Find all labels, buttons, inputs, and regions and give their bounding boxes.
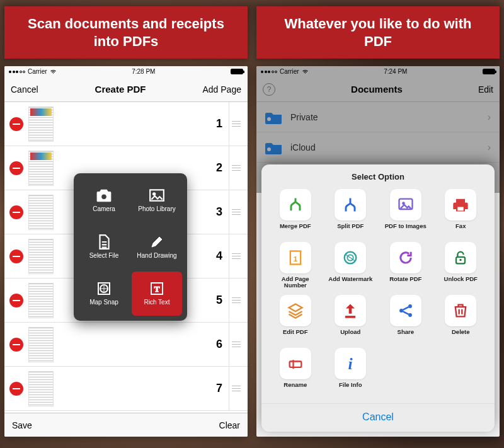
left-phone: Carrier 7:28 PM Cancel Create PDF Add Pa… xyxy=(4,66,248,437)
nav-title: Documents xyxy=(351,84,403,95)
reorder-handle[interactable] xyxy=(229,146,243,190)
save-button[interactable]: Save xyxy=(12,420,32,430)
edit-button[interactable]: Edit xyxy=(478,84,493,95)
popover-richtext[interactable]: TRich Text xyxy=(132,272,182,316)
upload-icon xyxy=(335,295,366,326)
page-thumbnail[interactable] xyxy=(28,195,54,230)
sheet-option-label: File Info xyxy=(339,382,362,394)
reorder-handle[interactable] xyxy=(229,323,243,366)
wifi-icon xyxy=(50,69,57,74)
cancel-button[interactable]: Cancel xyxy=(11,84,38,95)
add-page-button[interactable]: Add Page xyxy=(202,84,241,95)
help-button[interactable]: ? xyxy=(263,83,275,96)
action-sheet: Select Option Merge PDFSplit PDFPDF to I… xyxy=(261,164,495,432)
right-banner: Whatever you like to do with PDF xyxy=(256,6,500,59)
sheet-option-rename[interactable]: Rename xyxy=(270,348,321,394)
sheet-option-layers[interactable]: Edit PDF xyxy=(270,295,321,342)
svg-rect-12 xyxy=(458,207,464,211)
page-thumbnail[interactable] xyxy=(28,283,54,318)
sheet-cancel-button[interactable]: Cancel xyxy=(261,403,495,432)
sheet-option-label: Rename xyxy=(284,382,307,394)
delete-page-button[interactable] xyxy=(9,294,23,307)
delete-page-button[interactable] xyxy=(9,338,23,352)
popover-map[interactable]: Map Snap xyxy=(79,272,129,316)
reorder-handle[interactable] xyxy=(229,234,243,278)
photo-icon xyxy=(149,188,165,202)
fax-icon xyxy=(445,189,476,221)
sheet-option-info[interactable]: iFile Info xyxy=(326,348,376,394)
sheet-option-share[interactable]: Share xyxy=(381,295,431,342)
page-thumbnail[interactable] xyxy=(28,106,54,142)
svg-rect-22 xyxy=(289,362,301,367)
popover-label: Select File xyxy=(89,252,119,259)
sheet-option-image[interactable]: PDF to Images xyxy=(381,189,431,236)
chevron-right-icon: › xyxy=(488,142,491,153)
reorder-handle[interactable] xyxy=(229,279,243,322)
popover-label: Rich Text xyxy=(144,299,170,306)
sheet-option-label: Merge PDF xyxy=(280,223,311,236)
map-icon xyxy=(96,282,112,296)
trash-icon xyxy=(445,295,476,326)
popover-file[interactable]: Select File xyxy=(79,225,129,269)
reorder-handle[interactable] xyxy=(229,190,243,234)
navbar: ? Documents Edit xyxy=(256,77,500,102)
page-row[interactable]: 1 xyxy=(4,102,248,146)
info-icon: i xyxy=(335,348,366,379)
sheet-option-pagenum[interactable]: 1Add Page Number xyxy=(270,242,321,289)
popover-camera[interactable]: Camera xyxy=(79,178,129,222)
right-phone: Carrier 7:24 PM ? Documents Edit Private… xyxy=(256,66,500,437)
sheet-option-fax[interactable]: Fax xyxy=(436,189,486,236)
share-icon xyxy=(390,295,421,326)
sheet-grid: Merge PDFSplit PDFPDF to ImagesFax1Add P… xyxy=(261,187,495,399)
folder-icon xyxy=(265,141,283,154)
bottom-toolbar: Save Clear xyxy=(4,413,248,437)
page-row[interactable]: 7 xyxy=(4,367,248,411)
page-number: 4 xyxy=(216,250,229,263)
signal-icon xyxy=(9,71,25,73)
wifi-icon xyxy=(302,69,309,74)
delete-page-button[interactable] xyxy=(9,161,23,175)
svg-point-2 xyxy=(153,193,156,195)
image-icon xyxy=(390,189,421,221)
delete-page-button[interactable] xyxy=(9,250,23,263)
popover-label: Photo Library xyxy=(138,205,175,212)
svg-text:i: i xyxy=(348,355,353,372)
sheet-option-watermark[interactable]: Add Watermark xyxy=(326,242,376,289)
svg-point-8 xyxy=(267,147,271,151)
delete-page-button[interactable] xyxy=(9,382,23,396)
sheet-option-label: Add Page Number xyxy=(270,276,321,289)
sheet-option-rotate[interactable]: Rotate PDF xyxy=(381,242,431,289)
reorder-handle[interactable] xyxy=(229,367,243,410)
folder-row[interactable]: iCloud› xyxy=(256,132,500,163)
carrier-label: Carrier xyxy=(28,68,47,75)
delete-page-button[interactable] xyxy=(9,117,23,131)
svg-point-17 xyxy=(460,259,462,261)
sheet-option-unlock[interactable]: Unlock PDF xyxy=(436,242,486,289)
pen-icon xyxy=(149,235,165,249)
popover-pen[interactable]: Hand Drawing xyxy=(132,225,182,269)
popover-label: Hand Drawing xyxy=(137,252,176,259)
sheet-title: Select Option xyxy=(261,164,495,187)
page-thumbnail[interactable] xyxy=(28,371,54,406)
popover-photo[interactable]: Photo Library xyxy=(132,178,182,222)
page-number: 5 xyxy=(216,294,229,307)
sheet-option-trash[interactable]: Delete xyxy=(436,295,486,342)
sheet-option-label: Split PDF xyxy=(337,223,364,236)
svg-text:1: 1 xyxy=(294,255,298,263)
sheet-option-upload[interactable]: Upload xyxy=(326,295,376,342)
folder-row[interactable]: Private› xyxy=(256,102,500,132)
watermark-icon xyxy=(335,242,366,273)
clear-button[interactable]: Clear xyxy=(219,420,240,430)
page-thumbnail[interactable] xyxy=(28,327,54,362)
reorder-handle[interactable] xyxy=(229,102,243,146)
file-icon xyxy=(96,235,112,249)
add-source-popover: CameraPhoto LibrarySelect FileHand Drawi… xyxy=(74,173,187,321)
sheet-option-merge[interactable]: Merge PDF xyxy=(270,189,321,236)
delete-page-button[interactable] xyxy=(9,205,23,219)
chevron-right-icon: › xyxy=(488,112,491,123)
page-thumbnail[interactable] xyxy=(28,151,54,186)
page-row[interactable]: 6 xyxy=(4,323,248,367)
sheet-option-label: Fax xyxy=(455,223,466,236)
sheet-option-split[interactable]: Split PDF xyxy=(326,189,376,236)
page-thumbnail[interactable] xyxy=(28,239,54,274)
